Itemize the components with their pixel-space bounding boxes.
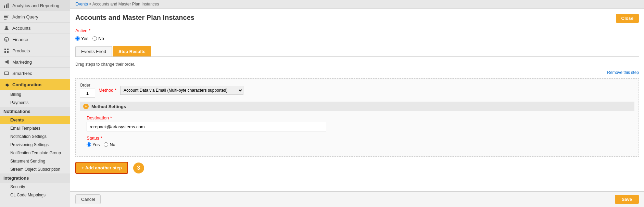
- destination-label: Destination *: [87, 115, 634, 120]
- status-yes-radio[interactable]: [87, 142, 91, 147]
- sidebar-item-billing[interactable]: Billing: [0, 90, 70, 99]
- step-container: Order Method * Account Data via Email (M…: [75, 78, 639, 157]
- breadcrumb: Events > Accounts and Master Plan Instan…: [70, 0, 644, 9]
- status-radio-group: Yes No: [87, 142, 634, 147]
- destination-field: Destination *: [87, 115, 634, 131]
- main-content: Events > Accounts and Master Plan Instan…: [70, 0, 644, 207]
- sidebar-item-products[interactable]: Products: [0, 45, 70, 56]
- svg-rect-2: [8, 3, 9, 8]
- destination-input[interactable]: [87, 122, 326, 131]
- svg-rect-13: [7, 51, 9, 53]
- close-button[interactable]: Close: [616, 14, 639, 23]
- sidebar-item-admin-query[interactable]: Admin Query: [0, 11, 70, 23]
- expand-icon: +: [83, 104, 89, 109]
- svg-rect-3: [4, 15, 9, 15]
- svg-rect-10: [4, 49, 6, 50]
- add-step-container: + Add another step 3: [75, 162, 639, 174]
- status-no-label[interactable]: No: [104, 142, 115, 147]
- svg-point-7: [5, 26, 8, 28]
- sidebar-item-statement-sending[interactable]: Statement Sending: [0, 157, 70, 165]
- query-icon: [3, 14, 10, 20]
- svg-rect-14: [4, 72, 9, 75]
- svg-rect-1: [6, 4, 7, 8]
- active-radio-group: Yes No: [75, 36, 639, 41]
- sidebar-item-finance[interactable]: $ Finance: [0, 34, 70, 45]
- sidebar-item-provisioning-settings[interactable]: Provisioning Settings: [0, 141, 70, 149]
- order-field: Order: [80, 83, 95, 98]
- svg-rect-4: [4, 16, 8, 17]
- status-field: Status * Yes No: [87, 135, 634, 147]
- active-yes-radio[interactable]: [75, 36, 80, 41]
- footer: Cancel Save: [70, 191, 644, 207]
- order-input[interactable]: [80, 89, 95, 98]
- sidebar-item-marketing[interactable]: Marketing: [0, 56, 70, 68]
- page-header: Accounts and Master Plan Instances Close: [75, 14, 639, 23]
- breadcrumb-parent-link[interactable]: Events: [75, 2, 88, 7]
- content-area: Accounts and Master Plan Instances Close…: [70, 9, 644, 191]
- tab-events-fired[interactable]: Events Fired: [75, 46, 112, 56]
- step-badge: 3: [133, 163, 144, 173]
- sidebar-item-email-templates[interactable]: Email Templates: [0, 124, 70, 132]
- method-row: Method * Account Data via Email (Multi-b…: [99, 86, 243, 95]
- active-no-radio[interactable]: [92, 36, 97, 41]
- sidebar-item-configuration[interactable]: Configuration: [0, 79, 70, 90]
- svg-text:$: $: [5, 38, 7, 41]
- accounts-icon: [3, 25, 10, 31]
- sidebar-item-stream-object-subscription[interactable]: Stream Object Subscription: [0, 165, 70, 173]
- sidebar-item-notification-settings[interactable]: Notification Settings: [0, 132, 70, 141]
- config-icon: [3, 81, 10, 88]
- remove-step-link[interactable]: Remove this step: [607, 70, 639, 75]
- sidebar-item-accounts[interactable]: Accounts: [0, 23, 70, 34]
- smartrec-icon: [3, 70, 10, 76]
- svg-rect-11: [7, 49, 9, 50]
- method-settings-body: Destination * Status * Yes: [80, 115, 634, 147]
- add-another-step-button[interactable]: + Add another step: [75, 162, 128, 174]
- drag-hint: Drag steps to change their order.: [75, 62, 639, 67]
- sidebar-item-analytics[interactable]: Analytics and Reporting: [0, 0, 70, 11]
- svg-rect-5: [4, 17, 8, 18]
- save-button[interactable]: Save: [615, 195, 639, 204]
- sidebar-item-payments[interactable]: Payments: [0, 99, 70, 107]
- active-yes-label[interactable]: Yes: [75, 36, 88, 41]
- sidebar-item-security[interactable]: Security: [0, 183, 70, 191]
- svg-rect-6: [4, 19, 7, 20]
- sidebar: Analytics and Reporting Admin Query Acco…: [0, 0, 70, 207]
- status-yes-label[interactable]: Yes: [87, 142, 100, 147]
- step-results-panel: Drag steps to change their order. Remove…: [75, 62, 639, 174]
- method-settings-header[interactable]: + Method Settings: [80, 102, 634, 111]
- step-row: Order Method * Account Data via Email (M…: [80, 83, 634, 98]
- sidebar-item-gl-code-mappings[interactable]: GL Code Mappings: [0, 191, 70, 199]
- tab-group: Events Fired Step Results: [75, 46, 639, 57]
- sidebar-item-events[interactable]: Events: [0, 116, 70, 124]
- cancel-button[interactable]: Cancel: [75, 194, 101, 204]
- active-no-label[interactable]: No: [92, 36, 104, 41]
- method-select[interactable]: Account Data via Email (Multi-byte chara…: [120, 86, 243, 95]
- marketing-icon: [3, 59, 10, 65]
- finance-icon: $: [3, 36, 10, 42]
- sidebar-item-smartrec[interactable]: SmartRec: [0, 68, 70, 79]
- integrations-header: Integrations: [0, 173, 70, 183]
- products-icon: [3, 48, 10, 54]
- status-no-radio[interactable]: [104, 142, 108, 147]
- chart-icon: [3, 2, 10, 9]
- active-field-label: Active *: [75, 28, 639, 33]
- page-title: Accounts and Master Plan Instances: [75, 14, 194, 22]
- notifications-section-header: Notifications: [0, 107, 70, 116]
- sidebar-item-notification-template-group[interactable]: Notification Template Group: [0, 149, 70, 157]
- svg-rect-12: [4, 51, 6, 53]
- tab-step-results[interactable]: Step Results: [113, 46, 151, 56]
- svg-rect-0: [4, 5, 5, 8]
